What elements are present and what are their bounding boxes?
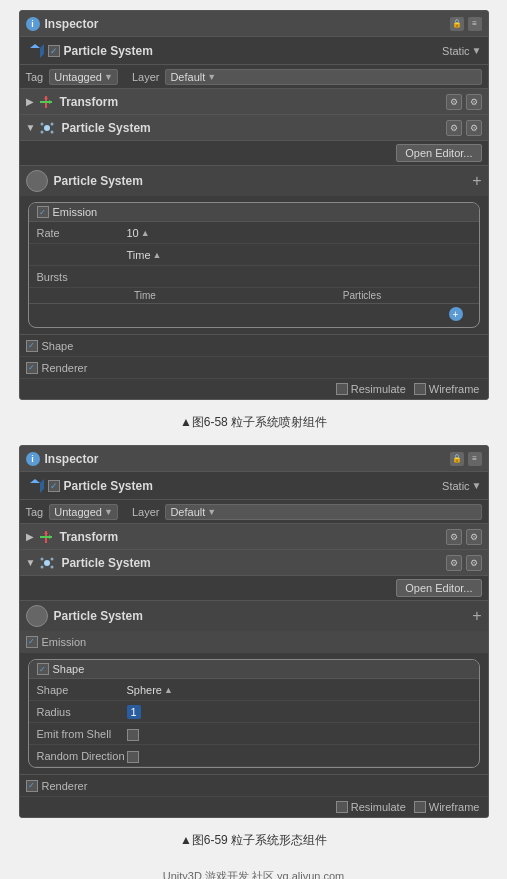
resimulate-checkbox-1[interactable]	[336, 383, 348, 395]
tag-arr: ▼	[104, 72, 113, 82]
ps-arrow-2[interactable]: ▼	[26, 557, 36, 568]
cube-icon-2	[26, 477, 44, 495]
object-active-checkbox[interactable]	[48, 45, 60, 57]
time-label-1: Time	[127, 249, 151, 261]
transform-settings-btn-2[interactable]: ⚙	[446, 529, 462, 545]
transform-settings-btn[interactable]: ⚙	[446, 94, 462, 110]
particle-box-1: Particle System + Emission Rate 10 ▲	[20, 166, 488, 335]
titlebar-icons-2: 🔒 ≡	[450, 452, 482, 466]
transform-extra-btn-2[interactable]: ⚙	[466, 529, 482, 545]
tag-dropdown-2[interactable]: Untagged ▼	[49, 504, 118, 520]
inspector-panel-2: i Inspector 🔒 ≡ Particle System Static ▼…	[19, 445, 489, 818]
shape-section-check-2[interactable]	[37, 663, 49, 675]
static-dropdown-arrow[interactable]: ▼	[472, 45, 482, 56]
shape-label-1: Shape	[42, 340, 74, 352]
transform-extra-btn[interactable]: ⚙	[466, 94, 482, 110]
emission-check-2[interactable]	[26, 636, 38, 648]
transform-section-2: ▶ Transform ⚙ ⚙	[20, 524, 488, 550]
wireframe-checkbox-2[interactable]	[414, 801, 426, 813]
radius-label-2: Radius	[37, 706, 127, 718]
layer-dropdown-1[interactable]: Default ▼	[165, 69, 481, 85]
ps-arrow-1[interactable]: ▼	[26, 122, 36, 133]
wireframe-item-2: Wireframe	[414, 801, 480, 813]
wireframe-label-2: Wireframe	[429, 801, 480, 813]
object-name-2: Particle System	[64, 479, 443, 493]
open-editor-row-2: Open Editor...	[20, 576, 488, 601]
menu-icon[interactable]: ≡	[468, 17, 482, 31]
object-checkbox[interactable]	[48, 45, 60, 57]
inspector-title-2: Inspector	[45, 452, 450, 466]
particle-box-2: Particle System + Emission Shape Shape	[20, 601, 488, 775]
bursts-label-1: Bursts	[37, 271, 127, 283]
ps-settings-btn-1[interactable]: ⚙	[446, 120, 462, 136]
shape-prop-row-2: Shape Sphere ▲	[29, 679, 479, 701]
shape-row-1: Shape	[20, 335, 488, 357]
svg-marker-1	[30, 44, 40, 48]
random-checkbox-2[interactable]	[127, 751, 139, 763]
object-checkbox-2[interactable]	[48, 480, 60, 492]
time-tiny-arrow: ▲	[153, 250, 162, 260]
transform-arrow-2[interactable]: ▶	[26, 531, 34, 542]
svg-point-20	[41, 557, 44, 560]
titlebar-icons: 🔒 ≡	[450, 17, 482, 31]
renderer-check-2[interactable]	[26, 780, 38, 792]
svg-point-8	[41, 122, 44, 125]
titlebar-1: i Inspector 🔒 ≡	[20, 11, 488, 37]
open-editor-btn-2[interactable]: Open Editor...	[396, 579, 481, 597]
ps-title-2: Particle System	[61, 556, 445, 570]
lock-icon-2[interactable]: 🔒	[450, 452, 464, 466]
wireframe-checkbox-1[interactable]	[414, 383, 426, 395]
ps-settings-btn-2[interactable]: ⚙	[446, 555, 462, 571]
svg-point-23	[51, 565, 54, 568]
transform-arrow[interactable]: ▶	[26, 96, 34, 107]
object-row-1: Particle System Static ▼	[20, 37, 488, 65]
svg-point-21	[51, 557, 54, 560]
resimulate-item-1: Resimulate	[336, 383, 406, 395]
menu-icon-2[interactable]: ≡	[468, 452, 482, 466]
renderer-label-2: Renderer	[42, 780, 88, 792]
bottom-toolbar-2: Resimulate Wireframe	[20, 797, 488, 817]
ps-icons-right-1: ⚙ ⚙	[446, 120, 482, 136]
renderer-label-1: Renderer	[42, 362, 88, 374]
ps-extra-btn-1[interactable]: ⚙	[466, 120, 482, 136]
caption-1: ▲图6-58 粒子系统喷射组件	[180, 414, 327, 431]
particle-plus-btn-2[interactable]: +	[472, 607, 481, 625]
info-icon: i	[26, 17, 40, 31]
object-active-checkbox-2[interactable]	[48, 480, 60, 492]
time-value-group: Time ▲	[127, 249, 162, 261]
tag-dropdown-1[interactable]: Untagged ▼	[49, 69, 118, 85]
emit-checkbox-2[interactable]	[127, 729, 139, 741]
shape-content-2: Shape Shape Sphere ▲ Radius 1 Emi	[28, 659, 480, 768]
transform-icon-2	[38, 529, 54, 545]
particle-box-header-2: Particle System +	[20, 601, 488, 631]
footer-text: Unity3D 游戏开发 社区 yq.aliyun.com	[153, 869, 355, 879]
resimulate-checkbox-2[interactable]	[336, 801, 348, 813]
emission-check-1[interactable]	[37, 206, 49, 218]
svg-marker-13	[30, 479, 40, 483]
ps-extra-btn-2[interactable]: ⚙	[466, 555, 482, 571]
transform-section-1: ▶ Transform ⚙ ⚙	[20, 89, 488, 115]
random-row-2: Random Direction	[29, 745, 479, 767]
particle-plus-btn-1[interactable]: +	[472, 172, 481, 190]
inspector-title-1: Inspector	[45, 17, 450, 31]
svg-point-11	[51, 130, 54, 133]
emission-row-2: Emission	[20, 631, 488, 653]
rate-row-1: Rate 10 ▲	[29, 222, 479, 244]
lock-icon[interactable]: 🔒	[450, 17, 464, 31]
resimulate-label-1: Resimulate	[351, 383, 406, 395]
svg-marker-18	[49, 535, 52, 539]
open-editor-btn-1[interactable]: Open Editor...	[396, 144, 481, 162]
rate-value-group: 10 ▲	[127, 227, 150, 239]
add-burst-btn-1[interactable]: +	[449, 307, 463, 321]
transform-icons-right: ⚙ ⚙	[446, 94, 482, 110]
shape-check-1[interactable]	[26, 340, 38, 352]
svg-marker-14	[40, 479, 44, 493]
static-dropdown-arrow-2[interactable]: ▼	[472, 480, 482, 491]
ps-title-1: Particle System	[61, 121, 445, 135]
inspector-panel-1: i Inspector 🔒 ≡ Particle System Static ▼	[19, 10, 489, 400]
transform-icon	[38, 94, 54, 110]
particles-icon-1	[39, 120, 55, 136]
layer-dropdown-2[interactable]: Default ▼	[165, 504, 481, 520]
resimulate-label-2: Resimulate	[351, 801, 406, 813]
renderer-check-1[interactable]	[26, 362, 38, 374]
